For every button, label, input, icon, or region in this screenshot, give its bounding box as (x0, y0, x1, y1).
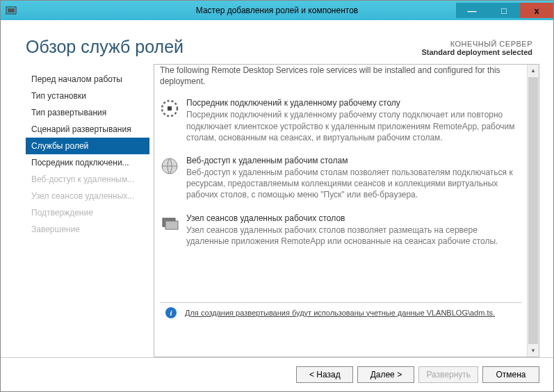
wizard-step[interactable]: Тип установки (26, 88, 149, 104)
target-server-value: Standard deployment selected (421, 48, 532, 56)
title-bar: Мастер добавления ролей и компонентов — … (1, 1, 553, 20)
wizard-footer: < Назад Далее > Развернуть Отмена (1, 357, 553, 391)
wizard-step: Веб-доступ к удаленным... (26, 171, 149, 188)
intro-text: The following Remote Desktop Services ro… (160, 65, 521, 87)
wizard-step[interactable]: Службы ролей (26, 138, 149, 154)
rd-web-icon (160, 156, 179, 176)
scroll-up-button[interactable]: ▲ (528, 65, 539, 76)
target-info: КОНЕЧНЫЙ СЕРВЕР Standard deployment sele… (421, 40, 532, 56)
svg-rect-6 (165, 221, 178, 229)
info-text: Для создания развертывания будут использ… (185, 309, 516, 317)
wizard-step: Завершение (26, 221, 149, 238)
page-title: Обзор служб ролей (26, 37, 184, 57)
role-title: Веб-доступ к удаленным рабочим столам (186, 156, 521, 165)
wizard-step: Узел сеансов удаленных... (26, 188, 149, 204)
cancel-button[interactable]: Отмена (482, 366, 539, 383)
minimize-button[interactable]: — (456, 3, 488, 18)
role-description: Веб-доступ к удаленным рабочим столам по… (186, 167, 521, 201)
header-area: Обзор служб ролей КОНЕЧНЫЙ СЕРВЕР Standa… (1, 20, 553, 64)
wizard-step: Подтверждение (26, 204, 149, 221)
wizard-step[interactable]: Тип развертывания (26, 104, 149, 121)
rd-broker-icon (160, 99, 179, 118)
info-icon: i (165, 307, 177, 318)
role-title: Узел сеансов удаленных рабочих столов (186, 213, 521, 223)
role-title: Посредник подключений к удаленному рабоч… (186, 98, 521, 108)
role-service-item: Узел сеансов удаленных рабочих столовУзе… (160, 213, 521, 247)
wizard-step[interactable]: Сценарий развертывания (26, 121, 149, 138)
info-bar: i Для создания развертывания будут испол… (160, 302, 521, 321)
window-controls: — □ x (456, 3, 553, 18)
role-service-item: Веб-доступ к удаленным рабочим столамВеб… (160, 156, 521, 201)
content-scroll: The following Remote Desktop Services ro… (154, 65, 527, 357)
svg-rect-3 (168, 106, 172, 111)
scroll-down-button[interactable]: ▼ (528, 345, 539, 357)
target-server-label: КОНЕЧНЫЙ СЕРВЕР (421, 40, 532, 48)
role-service-item: Посредник подключений к удаленному рабоч… (160, 98, 521, 143)
wizard-step[interactable]: Посредник подключени... (26, 154, 149, 171)
scroll-thumb[interactable] (528, 77, 538, 344)
close-button[interactable]: x (520, 3, 553, 18)
maximize-button[interactable]: □ (488, 3, 520, 18)
vertical-scrollbar[interactable]: ▲ ▼ (527, 65, 539, 357)
role-description: Посредник подключений к удаленному рабоч… (186, 109, 521, 143)
app-icon (3, 3, 19, 18)
rd-session-icon (160, 214, 179, 234)
body-area: Перед началом работыТип установкиТип раз… (1, 64, 553, 357)
role-description: Узел сеансов удаленных рабочих столов по… (186, 224, 521, 247)
wizard-steps-sidebar: Перед началом работыТип установкиТип раз… (26, 64, 149, 357)
back-button[interactable]: < Назад (296, 366, 353, 383)
wizard-body: Обзор служб ролей КОНЕЧНЫЙ СЕРВЕР Standa… (1, 20, 553, 391)
deploy-button: Развернуть (418, 366, 478, 383)
next-button[interactable]: Далее > (357, 366, 414, 383)
content-panel: The following Remote Desktop Services ro… (154, 64, 539, 357)
svg-rect-1 (8, 8, 15, 13)
wizard-step[interactable]: Перед началом работы (26, 71, 149, 88)
